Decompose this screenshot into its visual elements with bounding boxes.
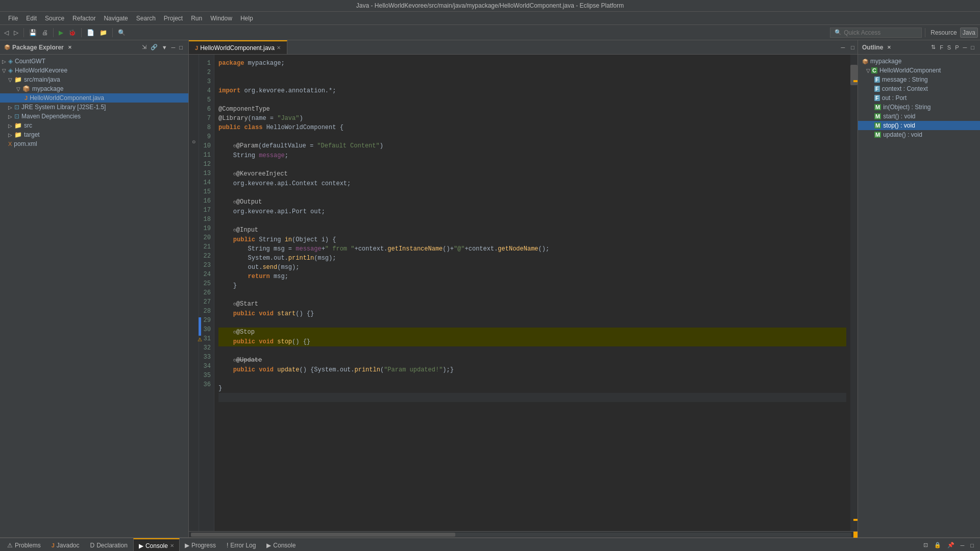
menu-edit[interactable]: Edit [22, 14, 41, 23]
package-explorer-icon: 📦 [4, 44, 10, 50]
toolbar-perspective-resource[interactable]: Resource [928, 28, 959, 37]
toolbar-sep-2 [53, 28, 54, 37]
toolbar-debug[interactable]: 🐞 [66, 28, 78, 37]
toolbar-save[interactable]: 💾 [27, 28, 39, 37]
toolbar-open[interactable]: 📁 [97, 28, 109, 37]
menu-navigate[interactable]: Navigate [100, 14, 132, 23]
outline-item-out[interactable]: F out : Port [858, 93, 980, 103]
editor-gutter: ⊖ [189, 55, 199, 531]
outline-item-hwc-class[interactable]: ▽ C HelloWorldComponent [858, 66, 980, 75]
menu-file[interactable]: File [4, 14, 22, 23]
bottom-panel-actions: ⊡ 🔒 📌 ─ □ [921, 541, 978, 549]
tree-item-label-mvn: Maven Dependencies [21, 113, 81, 120]
outline-item-update[interactable]: M update() : void [858, 130, 980, 139]
quick-access-box[interactable]: 🔍 Quick Access [830, 28, 922, 38]
outline-hide-fields-btn[interactable]: F [938, 43, 945, 51]
tree-item-label-hwk: HelloWorldKevoree [15, 67, 67, 74]
console-scroll-lock-btn[interactable]: 🔒 [932, 541, 943, 549]
tree-item-srcmainjava[interactable]: ▽ 📁 src/main/java [0, 75, 188, 84]
outline-hide-static-btn[interactable]: S [946, 43, 952, 51]
toolbar-sep-4 [112, 28, 113, 37]
outline-tree: 📦 mypackage ▽ C HelloWorldComponent F me… [858, 55, 980, 537]
tree-item-countgwt[interactable]: ▷ ◈ CountGWT [0, 57, 188, 66]
menu-window[interactable]: Window [206, 14, 236, 23]
toolbar-print[interactable]: 🖨 [40, 28, 50, 37]
toolbar-search[interactable]: 🔍 [116, 28, 128, 37]
console-tab-close[interactable]: ✕ [170, 543, 174, 548]
outline-item-mypackage[interactable]: 📦 mypackage [858, 57, 980, 66]
pe-minimize-btn[interactable]: ─ [170, 44, 177, 51]
pe-menu-btn[interactable]: ▼ [160, 44, 169, 51]
bottom-tab-console[interactable]: ▶ Console ✕ [133, 538, 180, 551]
fold-marker-10[interactable]: ⊖ [192, 139, 196, 144]
bottom-tab-declaration[interactable]: D Declaration [85, 538, 133, 551]
bottom-tab-progress[interactable]: ▶ Progress [180, 538, 222, 551]
editor-tab-icon: J [195, 45, 198, 51]
outline-title-label: Outline [862, 44, 883, 51]
outline-item-context[interactable]: F context : Context [858, 84, 980, 93]
outline-item-stop[interactable]: M stop() : void [858, 121, 980, 130]
outline-item-start[interactable]: M start() : void [858, 112, 980, 121]
outline-sort-btn[interactable]: ⇅ [929, 43, 937, 51]
tree-item-target[interactable]: ▷ 📁 target [0, 130, 188, 139]
tree-expand-icon-src: ▽ [8, 77, 12, 83]
toolbar-run[interactable]: ▶ [57, 28, 65, 37]
menu-source[interactable]: Source [41, 14, 68, 23]
tree-item-maven[interactable]: ▷ ⊡ Maven Dependencies [0, 112, 188, 121]
editor-tab-close[interactable]: ✕ [277, 45, 281, 51]
outline-maximize-btn[interactable]: □ [969, 43, 976, 51]
outline-hide-nonpublic-btn[interactable]: P [953, 43, 960, 51]
outline-item-in-method[interactable]: M in(Object) : String [858, 103, 980, 112]
editor-hscroll[interactable] [189, 531, 857, 537]
pe-collapse-btn[interactable]: ⇲ [140, 43, 148, 51]
declaration-label: Declaration [96, 542, 128, 549]
outline-item-message[interactable]: F message : String [858, 75, 980, 84]
outline-minimize-btn[interactable]: ─ [962, 43, 969, 51]
toolbar-new[interactable]: 📄 [85, 28, 96, 37]
bottom-tab-errorlog[interactable]: ! Error Log [222, 538, 261, 551]
menu-run[interactable]: Run [187, 14, 206, 23]
pe-maximize-btn[interactable]: □ [178, 44, 184, 51]
outline-method-label-in: in(Object) : String [883, 104, 930, 111]
menu-search[interactable]: Search [132, 14, 160, 23]
outline-field-icon-ctx: F [874, 86, 880, 92]
bottom-tab-console2[interactable]: ▶ Console [261, 538, 301, 551]
tree-item-src[interactable]: ▷ 📁 src [0, 121, 188, 130]
bottom-maximize-btn[interactable]: □ [968, 541, 976, 549]
bottom-tab-problems[interactable]: ⚠ Problems [2, 538, 46, 551]
toolbar-perspective-java[interactable]: Java [960, 28, 978, 38]
editor-maximize-btn[interactable]: □ [848, 44, 857, 51]
tree-item-label-jre: JRE System Library [J2SE-1.5] [21, 104, 106, 111]
toolbar-forward[interactable]: ▷ [12, 28, 20, 37]
tree-item-label-target: target [24, 131, 40, 138]
toolbar-sep-5 [925, 28, 925, 37]
console-clear-btn[interactable]: ⊡ [921, 541, 930, 549]
menu-help[interactable]: Help [236, 14, 257, 23]
console2-icon: ▶ [266, 542, 271, 549]
problems-label: Problems [15, 542, 41, 549]
hscroll-thumb[interactable] [191, 533, 455, 537]
outline-method-icon-start: M [874, 113, 881, 119]
javadoc-icon: J [52, 542, 55, 548]
editor-minimize-btn[interactable]: ─ [838, 44, 848, 51]
tree-item-helloworldkevoree[interactable]: ▽ ◈ HelloWorldKevoree [0, 66, 188, 75]
tree-item-hwcjava[interactable]: J HelloWorldComponent.java [0, 93, 188, 103]
menu-project[interactable]: Project [160, 14, 187, 23]
editor-tab-hwc[interactable]: J HelloWorldComponent.java ✕ [189, 40, 287, 54]
code-area[interactable]: package mypackage; import org.kevoree.an… [214, 55, 850, 531]
tree-item-pomxml[interactable]: X pom.xml [0, 139, 188, 148]
tree-expand-icon-mvn: ▷ [8, 114, 12, 119]
bottom-tab-javadoc[interactable]: J Javadoc [46, 538, 85, 551]
toolbar-back[interactable]: ◁ [2, 28, 11, 37]
scrollbar-thumb[interactable] [850, 65, 857, 85]
toolbar: ◁ ▷ 💾 🖨 ▶ 🐞 📄 📁 🔍 🔍 Quick Access Resourc… [0, 25, 980, 40]
editor-content[interactable]: ⊖ 12345678910111213141516171819202122232… [189, 55, 857, 531]
tree-item-icon-jre: ⊡ [14, 104, 19, 111]
pe-link-btn[interactable]: 🔗 [149, 43, 159, 51]
editor-scrollbar[interactable] [850, 55, 857, 531]
bottom-minimize-btn[interactable]: ─ [959, 541, 967, 549]
tree-item-jre[interactable]: ▷ ⊡ JRE System Library [J2SE-1.5] [0, 103, 188, 112]
console-pin-btn[interactable]: 📌 [945, 541, 957, 549]
tree-item-mypackage[interactable]: ▽ 📦 mypackage [0, 84, 188, 93]
menu-refactor[interactable]: Refactor [68, 14, 100, 23]
